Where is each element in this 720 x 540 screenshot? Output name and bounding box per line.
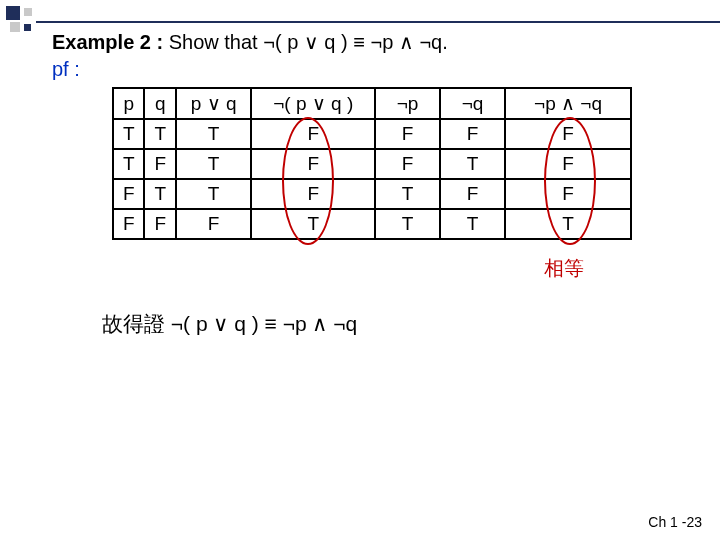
cell: F: [251, 149, 375, 179]
title-rest-a: Show that: [169, 31, 264, 53]
truth-table-wrap: p q p ∨ q ¬( p ∨ q ) ¬p ¬q ¬p ∧ ¬q T T T…: [112, 87, 632, 240]
truth-table: p q p ∨ q ¬( p ∨ q ) ¬p ¬q ¬p ∧ ¬q T T T…: [112, 87, 632, 240]
cell: F: [375, 119, 440, 149]
cell: F: [505, 149, 631, 179]
th-nq: ¬q: [440, 88, 505, 119]
title-lead: Example 2 :: [52, 31, 169, 53]
cell: T: [113, 149, 144, 179]
table-row: F F F T T T T: [113, 209, 631, 239]
equal-label: 相等: [544, 255, 584, 282]
title-expression: ¬( p ∨ q ) ≡ ¬p ∧ ¬q.: [263, 31, 448, 53]
cell: T: [176, 149, 251, 179]
cell: F: [113, 179, 144, 209]
table-row: T T T F F F F: [113, 119, 631, 149]
cell: F: [176, 209, 251, 239]
cell: T: [375, 179, 440, 209]
cell: T: [144, 119, 175, 149]
cell: F: [251, 119, 375, 149]
th-npnq: ¬p ∧ ¬q: [505, 88, 631, 119]
conclusion-text: 故得證 ¬( p ∨ q ) ≡ ¬p ∧ ¬q: [102, 310, 690, 338]
cell: T: [113, 119, 144, 149]
cell: T: [144, 179, 175, 209]
cell: T: [440, 209, 505, 239]
cell: F: [375, 149, 440, 179]
th-npvq: ¬( p ∨ q ): [251, 88, 375, 119]
cell: T: [375, 209, 440, 239]
table-header-row: p q p ∨ q ¬( p ∨ q ) ¬p ¬q ¬p ∧ ¬q: [113, 88, 631, 119]
cell: F: [144, 209, 175, 239]
cell: T: [251, 209, 375, 239]
th-q: q: [144, 88, 175, 119]
cell: T: [176, 119, 251, 149]
table-row: T F T F F T F: [113, 149, 631, 179]
example-title: Example 2 : Show that ¬( p ∨ q ) ≡ ¬p ∧ …: [52, 30, 690, 54]
cell: T: [440, 149, 505, 179]
cell: F: [440, 179, 505, 209]
th-np: ¬p: [375, 88, 440, 119]
page-footer: Ch 1 -23: [648, 514, 702, 530]
cell: F: [251, 179, 375, 209]
cell: F: [505, 179, 631, 209]
cell: T: [176, 179, 251, 209]
th-pvq: p ∨ q: [176, 88, 251, 119]
header-rule: [36, 21, 720, 23]
cell: T: [505, 209, 631, 239]
cell: F: [440, 119, 505, 149]
table-row: F T T F T F F: [113, 179, 631, 209]
cell: F: [505, 119, 631, 149]
proof-label: pf :: [52, 58, 690, 81]
cell: F: [113, 209, 144, 239]
th-p: p: [113, 88, 144, 119]
cell: F: [144, 149, 175, 179]
